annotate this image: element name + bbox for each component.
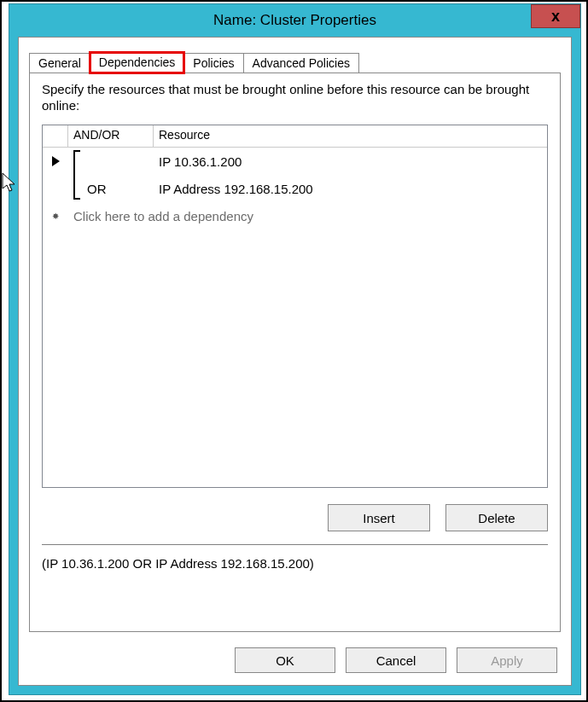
insert-button[interactable]: Insert [328,504,430,531]
current-row-icon [52,156,60,166]
titlebar: Name: Cluster Properties x [9,4,580,37]
grid-header-resource: Resource [154,125,547,148]
grid-body: IP 10.36.1.200 OR IP Address 192.168.15.… [43,148,547,229]
tab-dependencies[interactable]: Dependencies [90,52,185,73]
delete-button[interactable]: Delete [445,504,548,531]
instruction-text: Specify the resources that must be broug… [42,82,548,114]
grid-row[interactable]: OR IP Address 192.168.15.200 [43,175,547,202]
tab-policies[interactable]: Policies [183,53,243,73]
tab-panel-dependencies: Specify the resources that must be broug… [29,73,561,632]
tab-general[interactable]: General [29,53,90,73]
dependencies-grid[interactable]: AND/OR Resource IP 10.36.1.200 [42,125,548,488]
grid-new-row[interactable]: ✸ Click here to add a dependency [43,202,547,229]
grid-button-row: Insert Delete [328,504,548,531]
grid-header-andor: AND/OR [68,125,154,148]
grid-header: AND/OR Resource [43,125,547,148]
cell-andor[interactable]: OR [68,182,154,196]
close-button[interactable]: x [531,4,580,28]
cell-resource[interactable]: IP 10.36.1.200 [154,154,547,169]
ok-button[interactable]: OK [235,647,335,673]
tab-advanced-policies[interactable]: Advanced Policies [243,53,359,73]
cell-resource[interactable]: IP Address 192.168.15.200 [154,182,547,196]
tab-row: General Dependencies Policies Advanced P… [29,49,358,73]
grid-row[interactable]: IP 10.36.1.200 [43,148,547,175]
new-row-icon: ✸ [52,212,59,221]
dialog-window: Name: Cluster Properties x General Depen… [9,3,581,695]
new-row-placeholder[interactable]: Click here to add a dependency [68,209,547,223]
grid-header-indicator [43,125,68,148]
apply-button: Apply [457,647,557,673]
cancel-button[interactable]: Cancel [346,647,446,673]
client-area: General Dependencies Policies Advanced P… [18,37,572,686]
dependency-summary: (IP 10.36.1.200 OR IP Address 192.168.15… [42,556,548,571]
close-icon: x [551,8,560,26]
separator [42,544,548,546]
window-title: Name: Cluster Properties [213,12,376,29]
row-indicator-cell [43,156,68,166]
dialog-button-row: OK Cancel Apply [235,647,557,673]
row-indicator-cell: ✸ [43,212,68,221]
